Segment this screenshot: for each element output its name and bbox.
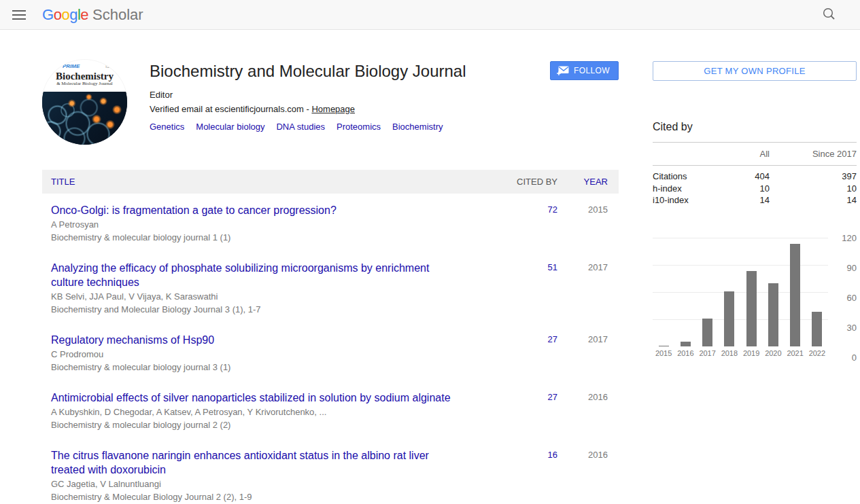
article-authors: A Kubyshkin, D Chegodar, A Katsev, A Pet… [51, 406, 451, 418]
avatar-issn-text: ISSN: [105, 65, 116, 69]
chart-ytick-label: 60 [847, 293, 857, 303]
stats-value-all: 14 [734, 195, 787, 211]
article-row: The citrus flavanone naringin enhances a… [42, 439, 619, 504]
homepage-link[interactable]: Homepage [311, 104, 355, 114]
cited-by-count-link[interactable]: 51 [548, 262, 557, 272]
chart-year-label: 2022 [806, 349, 828, 357]
stats-value-since: 397 [787, 166, 857, 182]
article-year: 2015 [588, 204, 608, 215]
chart-bar[interactable] [790, 244, 800, 346]
article-authors: A Petrosyan [51, 219, 451, 230]
stats-value-all: 10 [734, 181, 787, 195]
chart-bar[interactable] [724, 291, 734, 346]
article-year: 2016 [588, 450, 608, 460]
stats-col-all: All [734, 143, 787, 166]
stats-row: Citations404397 [653, 166, 857, 182]
article-title-link[interactable]: Onco-Golgi: is fragmentation a gate to c… [51, 204, 337, 216]
stats-label: h-index [653, 181, 734, 195]
topbar: Google Scholar [0, 0, 860, 30]
stats-value-all: 404 [734, 166, 787, 182]
article-row: Regulatory mechanisms of Hsp90C Prodromo… [42, 323, 619, 381]
stats-row: h-index1010 [653, 181, 857, 195]
cited-by-count-link[interactable]: 27 [548, 334, 557, 344]
search-icon[interactable] [820, 5, 838, 25]
google-wordmark: Google [42, 6, 88, 24]
stats-row: i10-index1414 [653, 195, 857, 211]
article-authors: KB Selvi, JJA Paul, V Vijaya, K Saraswat… [51, 291, 451, 302]
stats-label: i10-index [653, 195, 734, 211]
article-row: Analyzing the efficacy of phosphate solu… [42, 251, 619, 323]
chart-year-label: 2018 [719, 349, 740, 357]
chart-ytick-label: 90 [847, 263, 857, 273]
article-title-link[interactable]: Regulatory mechanisms of Hsp90 [51, 334, 214, 346]
article-venue: Biochemistry & molecular biology journal… [51, 361, 451, 373]
chart-year-label: 2017 [697, 349, 719, 357]
article-title-link[interactable]: Analyzing the efficacy of phosphate solu… [51, 262, 429, 288]
chart-year-label: 2021 [785, 349, 806, 357]
tag-molecular-biology[interactable]: Molecular biology [196, 122, 264, 132]
profile-header: PRIME ISSN: Biochemistry & Molecular Bio… [42, 60, 619, 145]
avatar-cover-image [42, 92, 127, 145]
chart-year-label: 2020 [762, 349, 784, 357]
chart-bar[interactable] [681, 342, 691, 346]
interest-tags: GeneticsMolecular biologyDNA studiesProt… [150, 122, 466, 132]
scholar-wordmark: Scholar [92, 6, 143, 24]
stats-label: Citations [653, 166, 734, 182]
avatar-brand-logo: PRIME [63, 63, 80, 69]
chart-bar[interactable] [702, 319, 712, 346]
sort-by-title-header[interactable]: TITLE [42, 177, 489, 187]
chart-year-label: 2015 [653, 349, 674, 357]
cited-by-count-link[interactable]: 72 [548, 204, 557, 215]
follow-envelope-icon [557, 66, 569, 75]
tag-genetics[interactable]: Genetics [150, 122, 184, 132]
stats-col-since: Since 2017 [787, 143, 857, 166]
avatar-journal-title: Biochemistry [42, 60, 127, 81]
avatar[interactable]: PRIME ISSN: Biochemistry & Molecular Bio… [42, 60, 127, 145]
chart-bar[interactable] [659, 346, 669, 346]
cited-by-count-link[interactable]: 27 [548, 392, 557, 402]
chart-bar[interactable] [812, 312, 822, 346]
menu-hamburger-icon[interactable] [5, 3, 33, 26]
tag-dna-studies[interactable]: DNA studies [276, 122, 325, 132]
chart-bar[interactable] [768, 283, 778, 346]
follow-button[interactable]: FOLLOW [550, 61, 619, 80]
article-year: 2017 [588, 334, 608, 344]
stats-value-since: 14 [787, 195, 857, 211]
article-venue: Biochemistry & molecular biology journal… [51, 232, 451, 243]
article-title-link[interactable]: The citrus flavanone naringin enhances a… [51, 450, 429, 475]
article-year: 2016 [588, 392, 608, 402]
article-venue: Biochemistry & Molecular Biology Journal… [51, 491, 451, 503]
sort-by-year-header[interactable]: YEAR [557, 177, 619, 187]
articles-table: TITLE CITED BY YEAR Onco-Golgi: is fragm… [42, 170, 619, 504]
chart-ytick-label: 120 [842, 233, 857, 243]
citations-per-year-chart: 1209060300 20152016201720182019202020212… [653, 238, 857, 357]
cited-by-count-link[interactable]: 16 [548, 450, 557, 460]
cited-by-header: CITED BY [489, 177, 557, 187]
chart-ytick-label: 30 [847, 323, 857, 333]
article-year: 2017 [588, 262, 608, 272]
google-scholar-logo[interactable]: Google Scholar [42, 6, 143, 24]
profile-name: Biochemistry and Molecular Biology Journ… [150, 61, 466, 82]
avatar-journal-subtitle: & Molecular Biology Journal [42, 81, 127, 86]
profile-role: Editor [150, 90, 466, 100]
article-row: Onco-Golgi: is fragmentation a gate to c… [42, 194, 619, 251]
cited-by-heading: Cited by [653, 121, 857, 133]
tag-biochemistry[interactable]: Biochemistry [392, 122, 443, 132]
chart-year-label: 2019 [740, 349, 762, 357]
chart-bar[interactable] [746, 271, 757, 346]
article-venue: Biochemistry and Molecular Biology Journ… [51, 304, 451, 315]
stats-value-since: 10 [787, 181, 857, 195]
article-row: Antimicrobial effects of silver nanopart… [42, 381, 619, 439]
article-venue: Biochemistry & molecular biology journal… [51, 419, 451, 431]
chart-year-label: 2016 [674, 349, 696, 357]
article-authors: GC Jagetia, V Lalnuntluangi [51, 478, 451, 490]
chart-ytick-label: 0 [852, 353, 857, 363]
verified-email-line: Verified email at escientificjournals.co… [150, 104, 466, 114]
article-authors: C Prodromou [51, 348, 451, 360]
articles-table-header: TITLE CITED BY YEAR [42, 170, 619, 194]
article-title-link[interactable]: Antimicrobial effects of silver nanopart… [51, 392, 451, 403]
tag-proteomics[interactable]: Proteomics [337, 122, 381, 132]
get-my-own-profile-button[interactable]: GET MY OWN PROFILE [653, 61, 857, 81]
citation-stats-table: All Since 2017 Citations404397h-index101… [653, 142, 857, 211]
